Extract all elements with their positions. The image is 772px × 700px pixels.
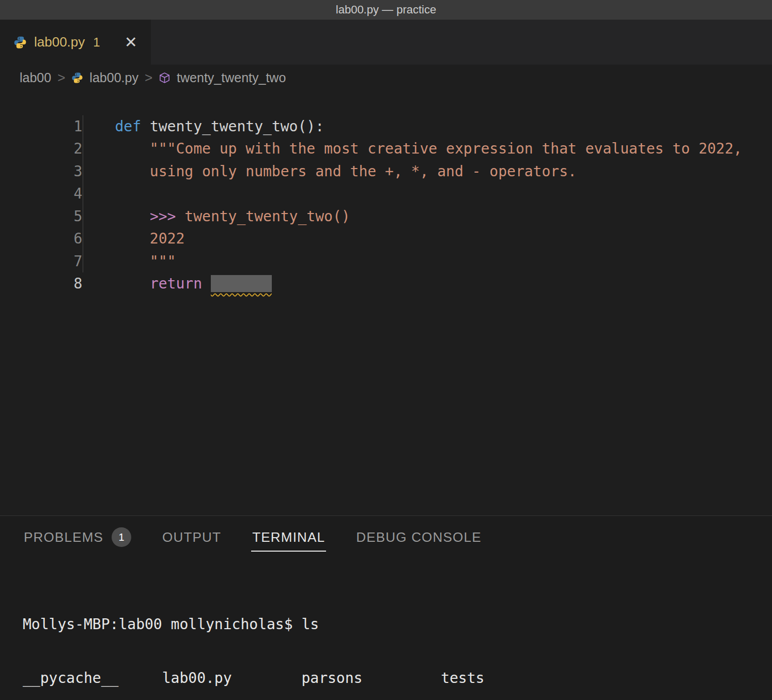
line-number: 4 (35, 182, 82, 205)
code-line: 5 >>> twenty_twenty_two() (0, 182, 772, 205)
breadcrumb: lab00 > lab00.py > twenty_twenty_two (0, 65, 772, 90)
window-title: lab00.py — practice (336, 3, 436, 17)
line-number: 8 (35, 272, 82, 295)
python-icon (71, 72, 83, 84)
code-text: def (115, 118, 149, 135)
selected-blank (211, 275, 272, 292)
breadcrumb-file[interactable]: lab00.py (89, 70, 138, 85)
code-text: """Come up with the most creative expres… (115, 140, 742, 157)
tab-problems-label: PROBLEMS (24, 529, 103, 545)
line-number: 1 (35, 115, 82, 138)
chevron-right-icon: > (57, 70, 65, 86)
indent-guide (83, 115, 83, 273)
code-editor[interactable]: 1def twenty_twenty_two(): 2 """Come up w… (0, 90, 772, 515)
code-text: using only numbers and the +, *, and - o… (115, 163, 576, 180)
line-number: 2 (35, 138, 82, 160)
bottom-panel: PROBLEMS 1 OUTPUT TERMINAL DEBUG CONSOLE… (0, 515, 772, 700)
panel-tab-bar: PROBLEMS 1 OUTPUT TERMINAL DEBUG CONSOLE (0, 516, 772, 559)
tab-bar: lab00.py 1 ✕ (0, 20, 772, 65)
python-icon (13, 36, 27, 49)
problems-count-badge: 1 (112, 527, 131, 547)
line-number: 5 (35, 205, 82, 228)
code-text: """ (115, 253, 176, 270)
code-text: return (150, 275, 211, 292)
tab-problems[interactable]: PROBLEMS 1 (23, 522, 132, 553)
code-text: 2022 (115, 230, 184, 247)
line-number: 3 (35, 160, 82, 183)
titlebar: lab00.py — practice (0, 0, 772, 20)
chevron-right-icon: > (145, 70, 152, 86)
tab-problems-count: 1 (93, 35, 100, 50)
tab-output-label: OUTPUT (162, 529, 221, 545)
code-text: twenty_twenty_two(): (150, 118, 324, 135)
line-number: 7 (35, 250, 82, 273)
code-text (115, 208, 149, 225)
doctest-prompt: >>> (150, 208, 184, 225)
tab-label: lab00.py (34, 34, 85, 50)
code-text: twenty_twenty_two() (184, 208, 350, 225)
terminal-line: Mollys-MBP:lab00 mollynicholas$ ls (23, 616, 772, 634)
tab-debug-console[interactable]: DEBUG CONSOLE (355, 524, 482, 552)
code-text (115, 275, 149, 292)
breadcrumb-folder[interactable]: lab00 (20, 70, 51, 85)
terminal[interactable]: Mollys-MBP:lab00 mollynicholas$ ls __pyc… (0, 559, 772, 700)
close-icon[interactable]: ✕ (125, 35, 137, 50)
terminal-line: __pycache__ lab00.py parsons tests (23, 669, 772, 688)
tab-terminal[interactable]: TERMINAL (251, 524, 326, 552)
breadcrumb-symbol[interactable]: twenty_twenty_two (177, 70, 286, 85)
tab-terminal-label: TERMINAL (252, 529, 325, 545)
symbol-namespace-icon (159, 72, 171, 84)
line-number: 6 (35, 227, 82, 250)
tab-debug-console-label: DEBUG CONSOLE (356, 529, 481, 545)
code-line: 1def twenty_twenty_two(): (0, 93, 772, 115)
tab-output[interactable]: OUTPUT (161, 524, 222, 552)
tab-lab00py[interactable]: lab00.py 1 ✕ (0, 20, 151, 65)
